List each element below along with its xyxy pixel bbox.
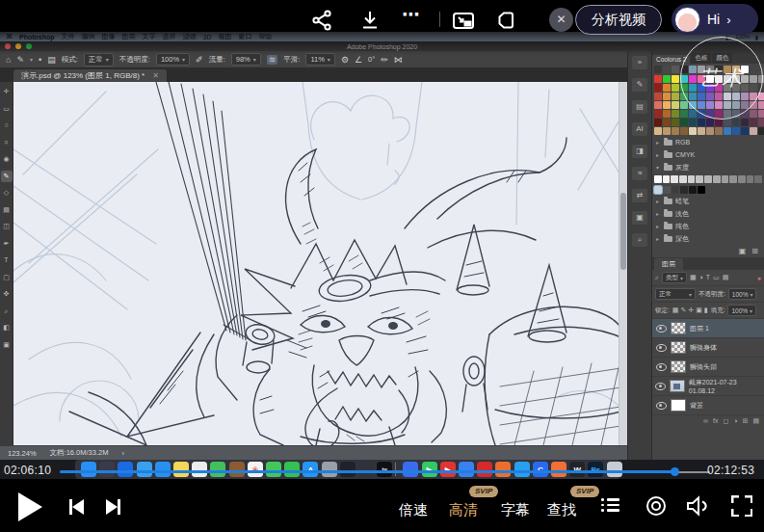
close-icon[interactable]: ✕ [549, 8, 573, 32]
layer-row[interactable]: 图层 1 [652, 319, 764, 338]
new-layer-icon[interactable]: ⊞ [743, 417, 749, 425]
swatch[interactable] [738, 175, 746, 183]
progress-bar-remaining[interactable] [675, 471, 710, 473]
volume-icon[interactable] [685, 495, 710, 520]
swatch[interactable] [680, 110, 688, 118]
swatch[interactable] [654, 127, 662, 135]
analyze-video-button[interactable]: 分析视频 [575, 5, 662, 35]
swatch-group-深色[interactable]: ▸深色 [652, 232, 764, 245]
download-icon[interactable] [358, 9, 382, 36]
tab-close-icon[interactable]: ✕ [152, 69, 159, 82]
new-swatch-icon[interactable]: ⊞ [751, 247, 758, 255]
visibility-toggle[interactable] [655, 363, 667, 371]
ps-canvas[interactable] [13, 82, 627, 445]
brush-settings-icon[interactable]: ✎ [632, 78, 647, 92]
visibility-toggle[interactable] [655, 325, 667, 332]
swatch[interactable] [724, 127, 731, 135]
brush-tool-icon[interactable]: ✎ [16, 55, 24, 65]
pressure-opacity-icon[interactable]: ✐ [196, 55, 203, 65]
swatch[interactable] [706, 119, 714, 126]
swatch[interactable] [663, 75, 671, 83]
layer-row[interactable]: 狮骑头部 [652, 358, 764, 377]
swatch[interactable] [689, 127, 697, 135]
swatch[interactable] [758, 110, 764, 118]
swatch[interactable] [654, 101, 662, 109]
swatch[interactable] [671, 175, 678, 183]
swatch[interactable] [663, 186, 671, 194]
dock-reminders-icon[interactable] [192, 462, 207, 477]
canvas-scrollbar[interactable] [619, 82, 627, 445]
crop-tool-icon[interactable]: ⌗ [1, 137, 13, 148]
zoom-level[interactable]: 123.24% [8, 449, 37, 458]
layer-mask-icon[interactable]: ◻ [723, 417, 728, 425]
menu-item-0[interactable]: Photoshop [19, 34, 55, 40]
menu-item-2[interactable]: 编辑 [82, 32, 95, 41]
lock-pixels-icon[interactable]: ✎ [680, 306, 686, 314]
swatch[interactable] [654, 186, 662, 194]
swatch[interactable] [680, 101, 688, 109]
swatch[interactable] [689, 186, 697, 194]
menu-item-1[interactable]: 文件 [62, 32, 75, 41]
layer-thumbnail[interactable] [671, 360, 686, 373]
swatch[interactable] [654, 93, 662, 100]
hi-account-button[interactable]: Hi › [672, 4, 758, 35]
search-icon[interactable]: ⌕ [655, 274, 659, 281]
swatch[interactable] [654, 84, 662, 92]
history-brush-tool-icon[interactable]: ▤ [1, 204, 13, 216]
widget-icon[interactable] [495, 9, 518, 36]
play-button[interactable] [18, 492, 42, 521]
dock-word-icon[interactable]: W [569, 462, 585, 477]
dock-launchpad-icon[interactable] [99, 462, 115, 477]
swatch-group-纯色[interactable]: ▸纯色 [652, 220, 764, 232]
swatch-group-RGB[interactable]: ▸RGB [652, 136, 764, 148]
swatch[interactable] [663, 127, 671, 135]
dock-facetime-icon[interactable] [284, 462, 300, 477]
swatch[interactable] [679, 175, 687, 183]
filter-shape-icon[interactable]: ▭ [713, 274, 720, 281]
swatch[interactable] [715, 127, 723, 135]
swatch[interactable] [663, 175, 671, 183]
subtitle-button[interactable]: 字幕 [501, 501, 530, 519]
dock-photos-icon[interactable]: ❀ [248, 462, 263, 477]
eyedropper-tool-icon[interactable]: ◉ [1, 153, 13, 165]
mode-select[interactable]: 正常▾ [84, 53, 114, 66]
link-layers-icon[interactable]: ∞ [703, 417, 708, 425]
symmetry-icon[interactable]: ⋈ [394, 55, 403, 65]
new-group-icon[interactable]: ▣ [739, 247, 747, 255]
quality-button[interactable]: 高清 [449, 501, 478, 519]
move-tool-icon[interactable]: ✛ [1, 86, 13, 97]
swatch[interactable] [654, 75, 662, 83]
filter-smart-icon[interactable]: ▤ [723, 274, 729, 281]
menu-item-6[interactable]: 选择 [163, 32, 176, 41]
swatch[interactable] [672, 93, 679, 100]
dock-firefox-icon[interactable] [551, 462, 566, 477]
swatch[interactable] [663, 101, 671, 109]
lock-transparent-icon[interactable]: ▦ [672, 306, 679, 314]
type-tool-icon[interactable]: T [1, 254, 13, 266]
dock-app-blue-icon[interactable] [403, 462, 418, 477]
dock-mail-icon[interactable] [155, 462, 171, 477]
layer-row[interactable]: 狮骑身体 [652, 338, 764, 358]
swatch[interactable] [724, 119, 731, 126]
shape-tool-icon[interactable]: ▢ [1, 272, 13, 283]
swatch[interactable] [689, 119, 697, 126]
dock-books-icon[interactable] [229, 462, 245, 477]
swap-icon[interactable]: ⇄ [632, 189, 647, 202]
filter-adjust-icon[interactable]: ◑ [699, 274, 703, 281]
dock-trash-icon[interactable] [607, 462, 622, 477]
dock-messages-icon[interactable] [266, 462, 281, 477]
notes-icon[interactable]: ▣ [632, 211, 647, 225]
eraser-tool-icon[interactable]: ◫ [1, 221, 13, 232]
share-icon[interactable] [310, 9, 333, 36]
filter-toggle-icon[interactable]: ● [757, 275, 761, 281]
menu-item-3[interactable]: 图像 [102, 32, 116, 41]
swatch[interactable] [672, 66, 679, 73]
history-icon[interactable]: ▤ [632, 100, 647, 114]
find-button[interactable]: 查找 [547, 501, 576, 519]
fg-bg-colors-icon[interactable]: ◧ [1, 322, 13, 333]
airbrush-icon[interactable]: ≋ [267, 55, 278, 65]
layer-opacity-select[interactable]: 100%▾ [728, 288, 757, 300]
status-chevron-icon[interactable]: › [121, 449, 124, 458]
swatch[interactable] [672, 110, 679, 118]
swatch[interactable] [758, 127, 764, 135]
